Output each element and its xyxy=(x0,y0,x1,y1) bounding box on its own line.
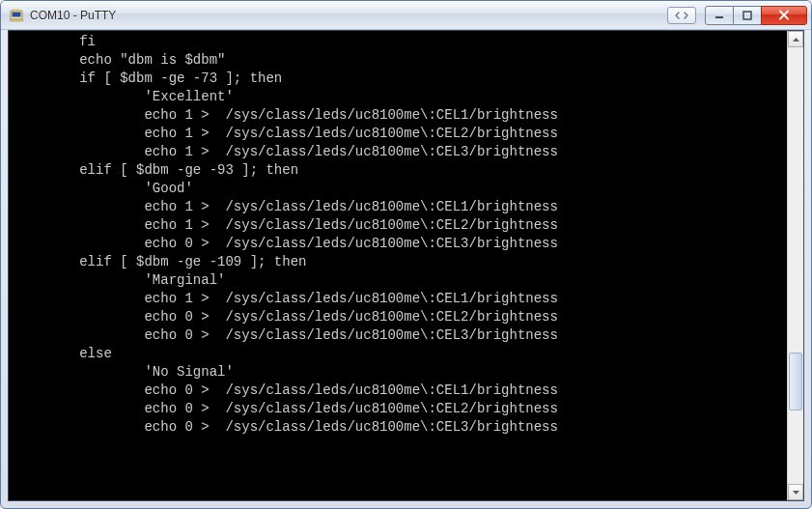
terminal-line: echo 1 > /sys/class/leds/uc8100me\:CEL1/… xyxy=(14,198,787,216)
terminal-line: echo 0 > /sys/class/leds/uc8100me\:CEL2/… xyxy=(14,308,787,326)
terminal-line: echo 1 > /sys/class/leds/uc8100me\:CEL3/… xyxy=(14,143,787,161)
terminal-line: fi xyxy=(14,33,787,51)
maximize-button[interactable] xyxy=(733,6,762,25)
terminal-line: echo 1 > /sys/class/leds/uc8100me\:CEL1/… xyxy=(14,290,787,308)
terminal-line: elif [ $dbm -ge -93 ]; then xyxy=(14,161,787,180)
close-button[interactable] xyxy=(761,6,807,25)
terminal-line: echo "dbm is $dbm" xyxy=(14,51,787,70)
scrollbar-track[interactable] xyxy=(788,47,803,484)
client-area: fi echo "dbm is $dbm" if [ $dbm -ge -73 … xyxy=(8,30,804,501)
svg-rect-1 xyxy=(13,12,21,16)
terminal-line: echo 1 > /sys/class/leds/uc8100me\:CEL1/… xyxy=(14,106,787,125)
terminal-line: echo 0 > /sys/class/leds/uc8100me\:CEL3/… xyxy=(14,235,787,253)
minimize-button[interactable] xyxy=(705,6,734,25)
scrollbar-thumb[interactable] xyxy=(789,353,802,410)
terminal-line: echo 1 > /sys/class/leds/uc8100me\:CEL2/… xyxy=(14,216,787,235)
terminal-line: echo 0 > /sys/class/leds/uc8100me\:CEL2/… xyxy=(14,400,787,418)
terminal-line: echo 0 > /sys/class/leds/uc8100me\:CEL1/… xyxy=(14,382,787,400)
svg-rect-2 xyxy=(10,19,23,21)
terminal-line: if [ $dbm -ge -73 ]; then xyxy=(14,70,787,88)
window-title: COM10 - PuTTY xyxy=(30,9,116,22)
double-arrow-icon[interactable] xyxy=(667,7,696,24)
scroll-down-button[interactable] xyxy=(788,484,803,500)
vertical-scrollbar[interactable] xyxy=(787,31,803,500)
window-controls xyxy=(667,6,807,25)
scroll-up-button[interactable] xyxy=(788,31,803,47)
terminal-line: elif [ $dbm -ge -109 ]; then xyxy=(14,253,787,271)
terminal-line: 'Excellent' xyxy=(14,88,787,106)
titlebar[interactable]: COM10 - PuTTY xyxy=(1,1,811,30)
svg-rect-3 xyxy=(715,16,723,18)
terminal-line: 'No Signal' xyxy=(14,363,787,382)
terminal-line: echo 1 > /sys/class/leds/uc8100me\:CEL2/… xyxy=(14,125,787,143)
terminal-line: echo 0 > /sys/class/leds/uc8100me\:CEL3/… xyxy=(14,418,787,437)
terminal-line: echo 0 > /sys/class/leds/uc8100me\:CEL3/… xyxy=(14,326,787,345)
putty-icon xyxy=(9,8,24,23)
svg-rect-4 xyxy=(743,12,751,19)
app-window: COM10 - PuTTY fi echo "dbm is $dbm" if [ xyxy=(0,0,812,509)
terminal-output[interactable]: fi echo "dbm is $dbm" if [ $dbm -ge -73 … xyxy=(9,31,787,500)
terminal-line: 'Good' xyxy=(14,180,787,198)
terminal-line: else xyxy=(14,345,787,363)
terminal-line: 'Marginal' xyxy=(14,271,787,290)
